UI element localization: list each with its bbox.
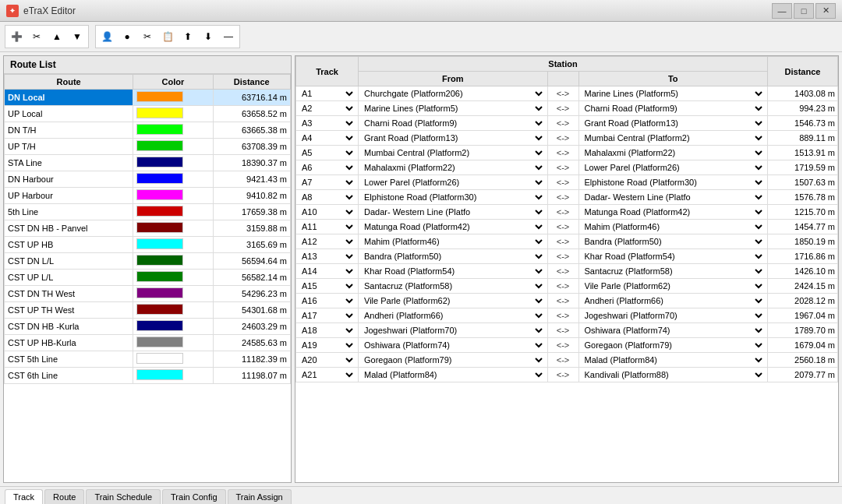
route-row[interactable]: CST UP HB-Kurla24585.63 m [5, 335, 291, 351]
to-select[interactable]: Dadar- Western Line (Platfo [582, 192, 766, 203]
to-select[interactable]: Grant Road (Platform13) [582, 118, 766, 129]
from-select[interactable]: Mahim (Platform46) [361, 236, 545, 247]
to-select[interactable]: Elphistone Road (Platform30) [582, 177, 766, 188]
move-down-button[interactable]: ⬇ [199, 27, 218, 46]
from-select[interactable]: Khar Road (Platform54) [361, 266, 545, 277]
route-row[interactable]: UP Harbour9410.82 m [5, 188, 291, 204]
tab-train-schedule[interactable]: Train Schedule [86, 489, 161, 504]
to-select[interactable]: Vile Parle (Platform62) [582, 280, 766, 291]
tab-route[interactable]: Route [44, 489, 84, 504]
route-row[interactable]: CST DN TH West54296.23 m [5, 286, 291, 302]
route-row[interactable]: DN Harbour9421.43 m [5, 171, 291, 188]
user-button[interactable]: 👤 [97, 27, 116, 46]
route-row[interactable]: CST 6th Line11198.07 m [5, 368, 291, 384]
from-select[interactable]: Oshiwara (Platform74) [361, 340, 545, 351]
to-select[interactable]: Jogeshwari (Platform70) [582, 310, 766, 321]
from-select[interactable]: Jogeshwari (Platform70) [361, 325, 545, 336]
to-select[interactable]: Mumbai Central (Platform2) [582, 132, 766, 143]
down-button[interactable]: ▼ [68, 27, 87, 46]
route-row[interactable]: CST 5th Line11182.39 m [5, 351, 291, 368]
to-select[interactable]: Andheri (Platform66) [582, 295, 766, 306]
track-select[interactable]: A20 [299, 354, 356, 365]
track-select[interactable]: A21 [299, 369, 356, 380]
track-select[interactable]: A10 [299, 206, 356, 217]
from-select[interactable]: Dadar- Western Line (Platfo [361, 206, 545, 217]
from-select[interactable]: Malad (Platform84) [361, 369, 545, 380]
maximize-button[interactable]: □ [794, 3, 814, 19]
delete-button[interactable]: ✂ [27, 27, 46, 46]
to-select[interactable]: Marine Lines (Platform5) [582, 88, 766, 99]
add-button[interactable]: ➕ [7, 27, 26, 46]
track-select[interactable]: A4 [299, 132, 356, 143]
move-up-button[interactable]: ⬆ [179, 27, 197, 46]
track-select[interactable]: A14 [299, 266, 356, 277]
to-select[interactable]: Oshiwara (Platform74) [582, 325, 766, 336]
color-swatch [136, 173, 183, 184]
close-button[interactable]: ✕ [815, 3, 836, 19]
route-row[interactable]: STA Line18390.37 m [5, 155, 291, 171]
route-row[interactable]: CST DN HB -Kurla24603.29 m [5, 319, 291, 335]
track-select[interactable]: A17 [299, 310, 356, 321]
track-to-cell: Bandra (Platform50) [578, 234, 768, 249]
track-select[interactable]: A3 [299, 118, 356, 129]
from-select[interactable]: Mumbai Central (Platform2) [361, 147, 545, 158]
route-row[interactable]: DN Local63716.14 m [5, 90, 291, 106]
from-select[interactable]: Grant Road (Platform13) [361, 132, 545, 143]
to-select[interactable]: Khar Road (Platform54) [582, 251, 766, 262]
to-select[interactable]: Charni Road (Platform9) [582, 103, 766, 114]
track-select[interactable]: A2 [299, 103, 356, 114]
from-select[interactable]: Charni Road (Platform9) [361, 118, 545, 129]
track-select[interactable]: A13 [299, 251, 356, 262]
dot-button[interactable]: ● [118, 27, 136, 46]
route-row[interactable]: CST UP L/L56582.14 m [5, 270, 291, 286]
tab-track[interactable]: Track [5, 489, 43, 504]
route-row[interactable]: DN T/H63665.38 m [5, 122, 291, 139]
route-row[interactable]: CST DN L/L56594.64 m [5, 253, 291, 270]
track-select[interactable]: A16 [299, 295, 356, 306]
to-select[interactable]: Mahalaxmi (Platform22) [582, 147, 766, 158]
track-select[interactable]: A7 [299, 177, 356, 188]
route-row[interactable]: UP T/H63708.39 m [5, 139, 291, 155]
from-select[interactable]: Matunga Road (Platform42) [361, 221, 545, 232]
from-select[interactable]: Mahalaxmi (Platform22) [361, 162, 545, 173]
to-select[interactable]: Matunga Road (Platform42) [582, 206, 766, 217]
to-select[interactable]: Kandivali (Platform88) [582, 369, 766, 380]
track-select[interactable]: A19 [299, 340, 356, 351]
track-row: A16Vile Parle (Platform62)<->Andheri (Pl… [296, 294, 838, 308]
track-select[interactable]: A18 [299, 325, 356, 336]
from-select[interactable]: Churchgate (Platform206) [361, 88, 545, 99]
track-select[interactable]: A8 [299, 192, 356, 203]
from-select[interactable]: Santacruz (Platform58) [361, 280, 545, 291]
route-row[interactable]: 5th Line17659.38 m [5, 204, 291, 220]
to-select[interactable]: Mahim (Platform46) [582, 221, 766, 232]
tab-train-config[interactable]: Train Config [162, 489, 226, 504]
from-select[interactable]: Vile Parle (Platform62) [361, 295, 545, 306]
up-button[interactable]: ▲ [48, 27, 66, 46]
from-select[interactable]: Bandra (Platform50) [361, 251, 545, 262]
to-select[interactable]: Malad (Platform84) [582, 354, 766, 365]
to-select[interactable]: Santacruz (Platform58) [582, 266, 766, 277]
track-select[interactable]: A6 [299, 162, 356, 173]
route-row[interactable]: CST UP HB3165.69 m [5, 237, 291, 253]
track-select[interactable]: A15 [299, 280, 356, 291]
route-row[interactable]: CST DN HB - Panvel3159.88 m [5, 220, 291, 237]
route-row[interactable]: UP Local63658.52 m [5, 106, 291, 122]
copy-button[interactable]: 📋 [158, 27, 177, 46]
from-select[interactable]: Elphistone Road (Platform30) [361, 192, 545, 203]
to-select[interactable]: Bandra (Platform50) [582, 236, 766, 247]
cut-button[interactable]: ✂ [138, 27, 157, 46]
from-select[interactable]: Marine Lines (Platform5) [361, 103, 545, 114]
to-select[interactable]: Goregaon (Platform79) [582, 340, 766, 351]
track-select[interactable]: A5 [299, 147, 356, 158]
to-select[interactable]: Lower Parel (Platform26) [582, 162, 766, 173]
tab-train-assign[interactable]: Train Assign [228, 489, 292, 504]
dash-button[interactable]: — [219, 27, 238, 46]
from-select[interactable]: Goregaon (Platform79) [361, 354, 545, 365]
from-select[interactable]: Andheri (Platform66) [361, 310, 545, 321]
track-select[interactable]: A12 [299, 236, 356, 247]
from-select[interactable]: Lower Parel (Platform26) [361, 177, 545, 188]
route-row[interactable]: CST UP TH West54301.68 m [5, 302, 291, 319]
track-select[interactable]: A1 [299, 88, 356, 99]
track-select[interactable]: A11 [299, 221, 356, 232]
minimize-button[interactable]: — [772, 3, 792, 19]
